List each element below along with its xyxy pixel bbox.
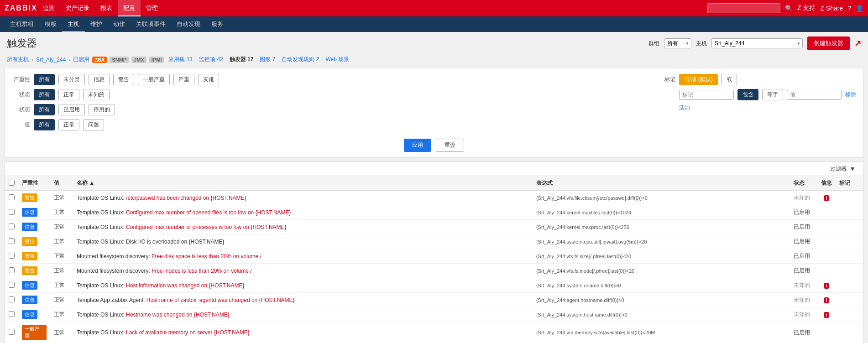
- row-checkbox-4[interactable]: [9, 253, 15, 259]
- tag-and-btn[interactable]: 与/成 (默认): [679, 74, 718, 85]
- trigger-link-8[interactable]: Hostname was changed on {HOST.NAME}: [126, 312, 230, 318]
- trigger-link-0[interactable]: /etc/passwd has been changed on {HOST.NA…: [126, 195, 246, 201]
- severity-all-btn[interactable]: 所有: [34, 74, 55, 85]
- status2-all-btn[interactable]: 所有: [34, 104, 55, 115]
- nav-templates[interactable]: 模板: [39, 16, 62, 32]
- breadcrumb-host[interactable]: Srt_Aly_244: [36, 57, 66, 63]
- tab-discovery[interactable]: 自动发现规则 2: [280, 55, 321, 64]
- severity-info-btn[interactable]: 信息: [89, 74, 110, 85]
- table-row: 一般严重 正常 Template OS Linux: Lack of avail…: [5, 322, 863, 343]
- help-icon[interactable]: ?: [847, 5, 851, 12]
- nav-services[interactable]: 服务: [206, 16, 229, 32]
- row-checkbox-9[interactable]: [9, 329, 15, 335]
- row-severity-2: 信息: [18, 220, 50, 234]
- row-expression-4: {Srt_Aly_244:vfs.fs.size[/.pfree].last(0…: [533, 249, 790, 264]
- reset-button[interactable]: 重设: [436, 139, 464, 152]
- breadcrumb-sep1: ›: [31, 57, 33, 63]
- tag-equals-btn[interactable]: 等于: [762, 89, 783, 100]
- tab-triggers[interactable]: 触发器 17: [228, 55, 256, 64]
- trigger-link-7[interactable]: Host name of zabbix_agentd was changed o…: [146, 297, 295, 303]
- nav-hosts[interactable]: 主机: [62, 16, 85, 32]
- severity-unclassified-btn[interactable]: 未分类: [58, 74, 85, 85]
- row-checkbox-7[interactable]: [9, 296, 15, 302]
- tab-items[interactable]: 监控项 42: [197, 55, 225, 64]
- row-expression-2: {Srt_Aly_244:kernel.maxproc.last(0)}<256: [533, 220, 790, 234]
- value-all-btn[interactable]: 所有: [34, 119, 55, 130]
- search-icon[interactable]: 🔍: [785, 5, 793, 12]
- global-search-input[interactable]: [707, 3, 780, 13]
- row-status-2: 已启用: [790, 220, 817, 234]
- severity-disaster-btn[interactable]: 灾难: [198, 74, 219, 85]
- nav-actions[interactable]: 动作: [108, 16, 131, 32]
- trigger-link-6[interactable]: Host information was changed on {HOST.NA…: [126, 282, 244, 289]
- select-all-checkbox[interactable]: [9, 180, 15, 186]
- row-checkbox-6[interactable]: [9, 282, 15, 288]
- col-name-header[interactable]: 名称 ▲: [73, 176, 533, 191]
- nav-reports[interactable]: 报表: [95, 0, 118, 16]
- nav-hostgroups[interactable]: 主机群组: [5, 16, 39, 32]
- value-problem-btn[interactable]: 问题: [83, 119, 104, 130]
- row-checkbox-0[interactable]: [9, 194, 15, 200]
- trigger-link-1[interactable]: Configured max number of opened files is…: [126, 209, 291, 216]
- create-trigger-button[interactable]: 创建触发器: [807, 36, 850, 50]
- value-normal-btn[interactable]: 正常: [58, 119, 79, 130]
- badge-ipmi[interactable]: IPMI: [149, 57, 164, 63]
- share-icon[interactable]: Z Share: [820, 5, 843, 12]
- severity-badge-9: 一般严重: [22, 325, 47, 340]
- status2-enabled-btn[interactable]: 已启用: [58, 104, 85, 115]
- trigger-link-5[interactable]: Free inodes is less than 20% on volume /: [152, 268, 251, 274]
- badge-snmp[interactable]: SNMP: [110, 57, 129, 63]
- nav-assets[interactable]: 资产记录: [60, 0, 95, 16]
- tab-graphs[interactable]: 图形 7: [258, 55, 277, 64]
- badge-zbx[interactable]: ZBX: [92, 57, 107, 63]
- row-name-6: Template OS Linux: Host information was …: [73, 278, 533, 293]
- status1-normal-btn[interactable]: 正常: [58, 89, 79, 100]
- row-checkbox-5[interactable]: [9, 267, 15, 273]
- col-value-header: 值: [50, 176, 73, 191]
- nav-admin[interactable]: 管理: [141, 0, 163, 16]
- row-checkbox-3[interactable]: [9, 238, 15, 244]
- filter-toggle-btn[interactable]: ▼: [847, 164, 858, 173]
- severity-badge-8: 信息: [22, 310, 37, 319]
- nav-monitoring[interactable]: 监测: [37, 0, 60, 16]
- trigger-link-2[interactable]: Configured max number of processes is to…: [126, 224, 287, 230]
- col-status-header: 状态: [790, 176, 817, 191]
- trigger-link-9[interactable]: Lack of available memory on server {HOST…: [126, 329, 250, 336]
- status2-disabled-btn[interactable]: 停用的: [89, 104, 115, 115]
- badge-jmx[interactable]: JMX: [131, 57, 146, 63]
- severity-high-btn[interactable]: 严重: [173, 74, 194, 85]
- row-expression-0: {Srt_Aly_244:vfs.file.cksum[/etc/passwd]…: [533, 191, 790, 205]
- tab-appsets[interactable]: 应用集 11: [167, 55, 194, 64]
- table-row: 警告 正常 Template OS Linux: Disk I/O is ove…: [5, 234, 863, 249]
- severity-warning-btn[interactable]: 警告: [113, 74, 134, 85]
- tag-or-btn[interactable]: 或: [722, 74, 737, 85]
- add-tag-link[interactable]: 活加: [679, 104, 690, 112]
- status1-all-btn[interactable]: 所有: [34, 89, 55, 100]
- arrow-icon: ↗: [854, 38, 861, 48]
- row-status-0: 未知的: [790, 191, 817, 205]
- severity-average-btn[interactable]: 一般严重: [138, 74, 170, 85]
- status1-unknown-btn[interactable]: 未知的: [83, 89, 110, 100]
- nav-discovery[interactable]: 自动发现: [171, 16, 206, 32]
- apply-button[interactable]: 应用: [404, 139, 431, 152]
- row-checkbox-2[interactable]: [9, 223, 15, 229]
- row-checkbox-1[interactable]: [9, 209, 15, 215]
- tag-contains-btn[interactable]: 包含: [737, 89, 758, 100]
- nav-maintenance[interactable]: 维护: [85, 16, 108, 32]
- trigger-link-4[interactable]: Free disk space is less than 20% on volu…: [152, 253, 261, 260]
- group-select[interactable]: 所有: [664, 38, 691, 48]
- filter-actions: 应用 重设: [12, 139, 856, 152]
- logo[interactable]: ZABBIX: [5, 4, 37, 12]
- nav-config[interactable]: 配置: [118, 0, 141, 16]
- remove-link[interactable]: 移除: [845, 91, 856, 99]
- row-checkbox-8[interactable]: [9, 311, 15, 317]
- tab-web[interactable]: Web 场景: [324, 55, 351, 64]
- user-icon[interactable]: 👤: [856, 5, 863, 12]
- breadcrumb-all-hosts[interactable]: 所有主机: [7, 56, 29, 63]
- support-icon[interactable]: Z 支持: [797, 4, 816, 12]
- row-checkbox-cell: [5, 278, 18, 293]
- tag-input[interactable]: [679, 90, 734, 100]
- nav-correlation[interactable]: 关联项事件: [131, 16, 171, 32]
- value-input[interactable]: [787, 90, 842, 100]
- host-select[interactable]: Srt_Aly_244: [711, 38, 803, 48]
